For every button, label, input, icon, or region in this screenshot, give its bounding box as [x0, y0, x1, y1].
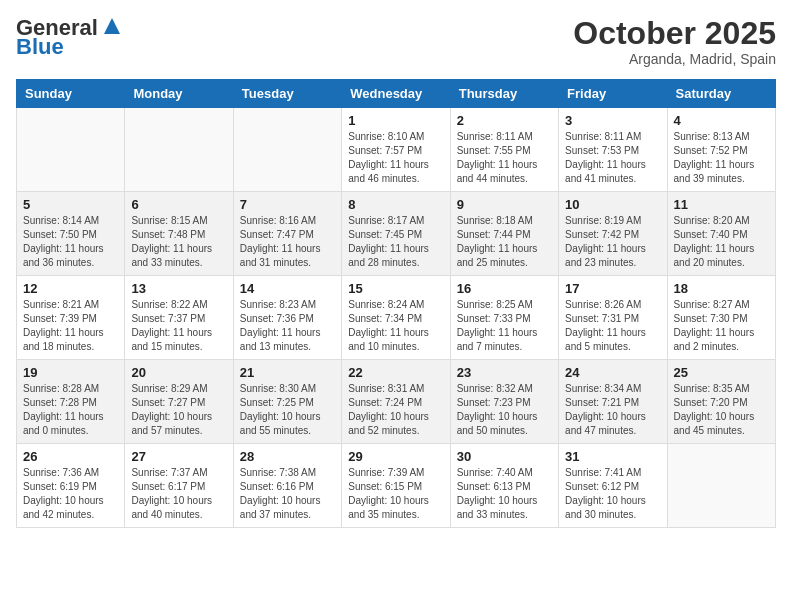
- calendar-cell: 10Sunrise: 8:19 AM Sunset: 7:42 PM Dayli…: [559, 192, 667, 276]
- day-info: Sunrise: 7:37 AM Sunset: 6:17 PM Dayligh…: [131, 466, 226, 522]
- calendar-cell: 22Sunrise: 8:31 AM Sunset: 7:24 PM Dayli…: [342, 360, 450, 444]
- calendar-cell: 8Sunrise: 8:17 AM Sunset: 7:45 PM Daylig…: [342, 192, 450, 276]
- day-info: Sunrise: 7:41 AM Sunset: 6:12 PM Dayligh…: [565, 466, 660, 522]
- calendar-cell: 11Sunrise: 8:20 AM Sunset: 7:40 PM Dayli…: [667, 192, 775, 276]
- day-info: Sunrise: 8:29 AM Sunset: 7:27 PM Dayligh…: [131, 382, 226, 438]
- day-info: Sunrise: 8:32 AM Sunset: 7:23 PM Dayligh…: [457, 382, 552, 438]
- calendar-cell: 21Sunrise: 8:30 AM Sunset: 7:25 PM Dayli…: [233, 360, 341, 444]
- calendar-cell: 25Sunrise: 8:35 AM Sunset: 7:20 PM Dayli…: [667, 360, 775, 444]
- month-title: October 2025: [573, 16, 776, 51]
- day-info: Sunrise: 8:26 AM Sunset: 7:31 PM Dayligh…: [565, 298, 660, 354]
- day-header-saturday: Saturday: [667, 80, 775, 108]
- calendar-week-row: 1Sunrise: 8:10 AM Sunset: 7:57 PM Daylig…: [17, 108, 776, 192]
- calendar-cell: 19Sunrise: 8:28 AM Sunset: 7:28 PM Dayli…: [17, 360, 125, 444]
- calendar-table: SundayMondayTuesdayWednesdayThursdayFrid…: [16, 79, 776, 528]
- day-info: Sunrise: 8:21 AM Sunset: 7:39 PM Dayligh…: [23, 298, 118, 354]
- day-number: 23: [457, 365, 552, 380]
- calendar-cell: 14Sunrise: 8:23 AM Sunset: 7:36 PM Dayli…: [233, 276, 341, 360]
- day-info: Sunrise: 7:38 AM Sunset: 6:16 PM Dayligh…: [240, 466, 335, 522]
- day-info: Sunrise: 8:15 AM Sunset: 7:48 PM Dayligh…: [131, 214, 226, 270]
- day-number: 15: [348, 281, 443, 296]
- calendar-cell: 6Sunrise: 8:15 AM Sunset: 7:48 PM Daylig…: [125, 192, 233, 276]
- calendar-cell: 30Sunrise: 7:40 AM Sunset: 6:13 PM Dayli…: [450, 444, 558, 528]
- day-info: Sunrise: 7:36 AM Sunset: 6:19 PM Dayligh…: [23, 466, 118, 522]
- day-info: Sunrise: 8:18 AM Sunset: 7:44 PM Dayligh…: [457, 214, 552, 270]
- day-info: Sunrise: 8:25 AM Sunset: 7:33 PM Dayligh…: [457, 298, 552, 354]
- day-number: 20: [131, 365, 226, 380]
- calendar-header-row: SundayMondayTuesdayWednesdayThursdayFrid…: [17, 80, 776, 108]
- day-number: 12: [23, 281, 118, 296]
- calendar-cell: 29Sunrise: 7:39 AM Sunset: 6:15 PM Dayli…: [342, 444, 450, 528]
- day-info: Sunrise: 8:17 AM Sunset: 7:45 PM Dayligh…: [348, 214, 443, 270]
- calendar-cell: 1Sunrise: 8:10 AM Sunset: 7:57 PM Daylig…: [342, 108, 450, 192]
- calendar-cell: 26Sunrise: 7:36 AM Sunset: 6:19 PM Dayli…: [17, 444, 125, 528]
- calendar-cell: [17, 108, 125, 192]
- day-header-thursday: Thursday: [450, 80, 558, 108]
- location: Arganda, Madrid, Spain: [573, 51, 776, 67]
- day-number: 3: [565, 113, 660, 128]
- day-info: Sunrise: 8:10 AM Sunset: 7:57 PM Dayligh…: [348, 130, 443, 186]
- calendar-week-row: 19Sunrise: 8:28 AM Sunset: 7:28 PM Dayli…: [17, 360, 776, 444]
- calendar-cell: 23Sunrise: 8:32 AM Sunset: 7:23 PM Dayli…: [450, 360, 558, 444]
- day-info: Sunrise: 8:24 AM Sunset: 7:34 PM Dayligh…: [348, 298, 443, 354]
- day-number: 21: [240, 365, 335, 380]
- day-info: Sunrise: 8:13 AM Sunset: 7:52 PM Dayligh…: [674, 130, 769, 186]
- day-info: Sunrise: 8:19 AM Sunset: 7:42 PM Dayligh…: [565, 214, 660, 270]
- day-number: 29: [348, 449, 443, 464]
- day-number: 4: [674, 113, 769, 128]
- calendar-cell: 20Sunrise: 8:29 AM Sunset: 7:27 PM Dayli…: [125, 360, 233, 444]
- day-header-monday: Monday: [125, 80, 233, 108]
- day-header-friday: Friday: [559, 80, 667, 108]
- title-block: October 2025 Arganda, Madrid, Spain: [573, 16, 776, 67]
- day-header-tuesday: Tuesday: [233, 80, 341, 108]
- calendar-cell: 7Sunrise: 8:16 AM Sunset: 7:47 PM Daylig…: [233, 192, 341, 276]
- day-info: Sunrise: 8:14 AM Sunset: 7:50 PM Dayligh…: [23, 214, 118, 270]
- day-header-wednesday: Wednesday: [342, 80, 450, 108]
- calendar-cell: 17Sunrise: 8:26 AM Sunset: 7:31 PM Dayli…: [559, 276, 667, 360]
- day-info: Sunrise: 8:27 AM Sunset: 7:30 PM Dayligh…: [674, 298, 769, 354]
- day-info: Sunrise: 7:40 AM Sunset: 6:13 PM Dayligh…: [457, 466, 552, 522]
- day-number: 17: [565, 281, 660, 296]
- logo-blue: Blue: [16, 34, 64, 59]
- day-info: Sunrise: 8:35 AM Sunset: 7:20 PM Dayligh…: [674, 382, 769, 438]
- day-info: Sunrise: 8:30 AM Sunset: 7:25 PM Dayligh…: [240, 382, 335, 438]
- day-number: 22: [348, 365, 443, 380]
- calendar-cell: 9Sunrise: 8:18 AM Sunset: 7:44 PM Daylig…: [450, 192, 558, 276]
- calendar-cell: 4Sunrise: 8:13 AM Sunset: 7:52 PM Daylig…: [667, 108, 775, 192]
- calendar-cell: 28Sunrise: 7:38 AM Sunset: 6:16 PM Dayli…: [233, 444, 341, 528]
- day-info: Sunrise: 8:11 AM Sunset: 7:55 PM Dayligh…: [457, 130, 552, 186]
- day-number: 26: [23, 449, 118, 464]
- day-number: 24: [565, 365, 660, 380]
- calendar-cell: [233, 108, 341, 192]
- day-info: Sunrise: 8:34 AM Sunset: 7:21 PM Dayligh…: [565, 382, 660, 438]
- day-number: 27: [131, 449, 226, 464]
- svg-marker-0: [104, 18, 120, 34]
- day-header-sunday: Sunday: [17, 80, 125, 108]
- page-header: General Blue October 2025 Arganda, Madri…: [16, 16, 776, 67]
- day-info: Sunrise: 7:39 AM Sunset: 6:15 PM Dayligh…: [348, 466, 443, 522]
- day-number: 6: [131, 197, 226, 212]
- calendar-cell: 31Sunrise: 7:41 AM Sunset: 6:12 PM Dayli…: [559, 444, 667, 528]
- day-number: 8: [348, 197, 443, 212]
- day-number: 16: [457, 281, 552, 296]
- day-info: Sunrise: 8:16 AM Sunset: 7:47 PM Dayligh…: [240, 214, 335, 270]
- day-info: Sunrise: 8:31 AM Sunset: 7:24 PM Dayligh…: [348, 382, 443, 438]
- day-number: 10: [565, 197, 660, 212]
- calendar-cell: [125, 108, 233, 192]
- day-info: Sunrise: 8:23 AM Sunset: 7:36 PM Dayligh…: [240, 298, 335, 354]
- day-number: 2: [457, 113, 552, 128]
- calendar-cell: 15Sunrise: 8:24 AM Sunset: 7:34 PM Dayli…: [342, 276, 450, 360]
- day-number: 13: [131, 281, 226, 296]
- calendar-week-row: 5Sunrise: 8:14 AM Sunset: 7:50 PM Daylig…: [17, 192, 776, 276]
- logo-triangle-icon: [102, 16, 122, 36]
- calendar-cell: [667, 444, 775, 528]
- day-number: 14: [240, 281, 335, 296]
- day-number: 30: [457, 449, 552, 464]
- day-info: Sunrise: 8:22 AM Sunset: 7:37 PM Dayligh…: [131, 298, 226, 354]
- calendar-cell: 24Sunrise: 8:34 AM Sunset: 7:21 PM Dayli…: [559, 360, 667, 444]
- day-number: 1: [348, 113, 443, 128]
- day-number: 19: [23, 365, 118, 380]
- day-number: 25: [674, 365, 769, 380]
- logo: General Blue: [16, 16, 122, 58]
- calendar-cell: 5Sunrise: 8:14 AM Sunset: 7:50 PM Daylig…: [17, 192, 125, 276]
